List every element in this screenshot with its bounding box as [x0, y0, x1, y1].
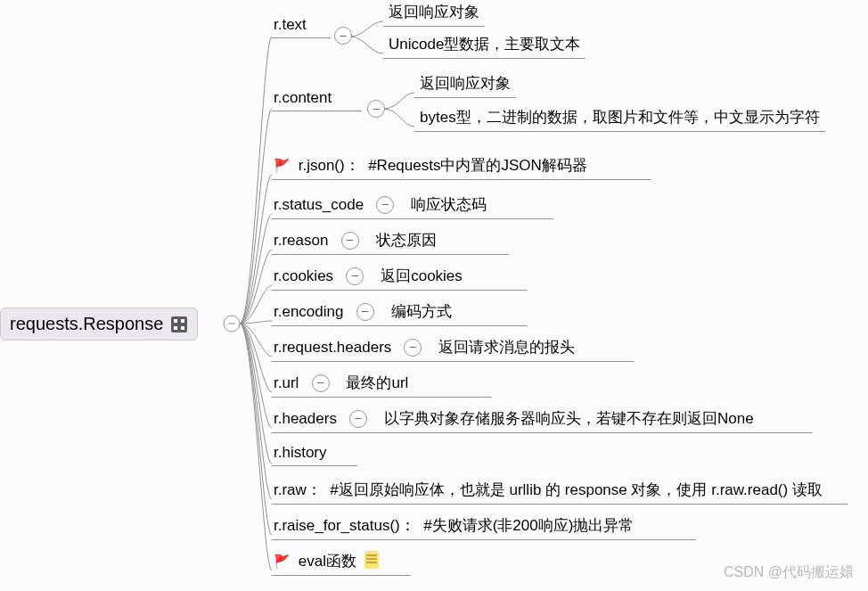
branch-history[interactable]: r.history — [272, 444, 357, 466]
child-label: 状态原因 — [376, 232, 437, 249]
branch-raw[interactable]: r.raw： #返回原始响应体，也就是 urllib 的 response 对象… — [272, 480, 848, 505]
branch-reason[interactable]: r.reason 状态原因 — [272, 230, 509, 255]
branch-statuscode[interactable]: r.status_code 响应状态码 — [272, 194, 553, 219]
branch-note: #失败请求(非200响应)抛出异常 — [423, 517, 634, 534]
child-label: 返回请求消息的报头 — [438, 339, 575, 356]
branch-headers[interactable]: r.headers 以字典对象存储服务器响应头，若键不存在则返回None — [272, 408, 812, 433]
leaf: 返回响应对象 — [414, 73, 516, 98]
branch-label: r.encoding — [274, 303, 343, 320]
branch-note: #Requests中内置的JSON解码器 — [368, 157, 587, 174]
branch-label: r.raw： — [274, 481, 322, 498]
branch-label: r.text — [274, 16, 307, 33]
child-label: 响应状态码 — [411, 196, 487, 213]
leaf: bytes型，二进制的数据，取图片和文件等，中文显示为字符 — [414, 107, 825, 132]
collapse-icon[interactable] — [346, 267, 364, 285]
branch-label: r.reason — [274, 232, 328, 249]
watermark-text: CSDN @代码搬运嬛 — [724, 564, 854, 579]
leaf-label: Unicode型数据，主要取文本 — [389, 36, 580, 53]
branch-encoding[interactable]: r.encoding 编码方式 — [272, 301, 527, 326]
flag-icon: 🚩 — [274, 158, 291, 173]
flag-icon: 🚩 — [274, 554, 291, 569]
child-label: 最终的url — [346, 374, 408, 391]
note-icon — [364, 551, 379, 569]
collapse-icon[interactable] — [334, 27, 352, 45]
branch-label: r.request.headers — [274, 339, 391, 356]
child-label: 以字典对象存储服务器响应头，若键不存在则返回None — [384, 410, 754, 427]
collapse-icon[interactable] — [367, 100, 385, 118]
collapse-icon[interactable] — [404, 339, 422, 357]
leaf-label: 返回响应对象 — [389, 4, 479, 21]
collapse-icon[interactable] — [312, 374, 330, 392]
child-label: 编码方式 — [391, 303, 452, 320]
branch-text[interactable]: r.text — [272, 16, 331, 38]
collapse-icon[interactable] — [349, 410, 367, 428]
branch-eval[interactable]: 🚩 eval函数 — [272, 551, 411, 576]
branch-label: r.content — [274, 89, 332, 106]
leaf-label: bytes型，二进制的数据，取图片和文件等，中文显示为字符 — [420, 109, 820, 126]
branch-content[interactable]: r.content — [272, 89, 362, 111]
branch-label: r.status_code — [274, 196, 364, 213]
child-label: 返回cookies — [381, 267, 463, 284]
branch-url[interactable]: r.url 最终的url — [272, 373, 491, 398]
leaf-label: 返回响应对象 — [420, 75, 511, 92]
watermark: CSDN @代码搬运嬛 — [724, 563, 854, 582]
branch-label: r.cookies — [274, 267, 333, 284]
leaf: 返回响应对象 — [383, 2, 485, 27]
branch-label: r.json()： — [299, 157, 360, 174]
branch-label: eval函数 — [299, 553, 356, 570]
collapse-icon[interactable] — [341, 232, 359, 250]
branch-json[interactable]: 🚩 r.json()： #Requests中内置的JSON解码器 — [272, 155, 651, 180]
branch-label: r.url — [274, 374, 299, 391]
branch-note: #返回原始响应体，也就是 urllib 的 response 对象，使用 r.r… — [330, 481, 823, 498]
branch-label: r.headers — [274, 410, 337, 427]
collapse-icon[interactable] — [356, 303, 374, 321]
branch-cookies[interactable]: r.cookies 返回cookies — [272, 266, 527, 291]
leaf: Unicode型数据，主要取文本 — [383, 34, 585, 59]
branch-raise[interactable]: r.raise_for_status()： #失败请求(非200响应)抛出异常 — [272, 515, 696, 540]
branch-requestheaders[interactable]: r.request.headers 返回请求消息的报头 — [272, 337, 634, 362]
branch-label: r.raise_for_status()： — [274, 517, 415, 534]
collapse-icon[interactable] — [376, 196, 394, 214]
branch-label: r.history — [274, 444, 327, 461]
